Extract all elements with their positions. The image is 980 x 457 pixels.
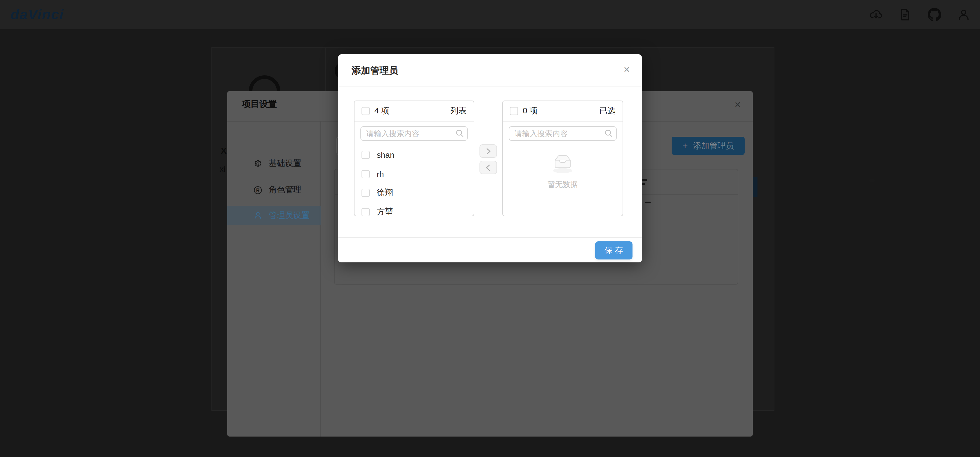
transfer-operations xyxy=(479,144,497,174)
table-text-fragment xyxy=(869,179,875,182)
table-text-fragment xyxy=(645,201,651,203)
project-settings-title: 项目设置 xyxy=(242,99,277,110)
transfer-target-panel: 0 项 已选 暂无数据 xyxy=(502,101,623,216)
document-icon xyxy=(898,8,912,22)
background-text-fragment: xi xyxy=(220,164,226,174)
sidebar-item-role-management: R 角色管理 xyxy=(227,181,321,199)
source-list: shan rh 徐翔 方堃 xyxy=(355,145,474,216)
item-label: 徐翔 xyxy=(377,188,393,198)
sidebar-item-admin-settings: 管理员设置 xyxy=(227,206,321,225)
list-item[interactable]: shan xyxy=(355,145,474,165)
search-icon xyxy=(455,129,464,137)
item-checkbox[interactable] xyxy=(361,189,370,197)
background-text-fragment: X xyxy=(221,145,227,155)
modal-title: 添加管理员 xyxy=(352,65,398,77)
source-count: 4 项 xyxy=(374,106,389,116)
header-icons xyxy=(869,8,970,22)
list-item[interactable]: 徐翔 xyxy=(355,184,474,203)
screen: X xi daVinci 项目设置 ✕ xyxy=(0,0,980,457)
sidebar-item-label: 管理员设置 xyxy=(269,210,310,221)
list-item[interactable]: rh xyxy=(355,165,474,184)
chevron-left-icon xyxy=(485,163,492,171)
item-label: rh xyxy=(377,169,384,179)
target-count: 0 项 xyxy=(523,106,538,116)
list-item[interactable]: 方堃 xyxy=(355,203,474,216)
add-admin-button-label: 添加管理员 xyxy=(693,141,734,151)
registered-icon: R xyxy=(253,185,262,194)
target-header-label: 已选 xyxy=(599,106,616,116)
empty-state: 暂无数据 xyxy=(503,153,622,190)
target-search-input[interactable] xyxy=(509,126,617,141)
app-header: daVinci xyxy=(0,0,980,29)
item-checkbox[interactable] xyxy=(361,208,370,216)
target-search xyxy=(509,126,617,141)
transfer-source-header: 4 项 列表 xyxy=(355,101,474,121)
svg-text:R: R xyxy=(256,188,259,193)
move-right-button[interactable] xyxy=(479,144,497,158)
save-button[interactable]: 保 存 xyxy=(595,241,633,259)
modal-titlebar: 添加管理员 ✕ xyxy=(338,54,642,86)
select-all-checkbox[interactable] xyxy=(361,107,370,115)
item-checkbox[interactable] xyxy=(361,170,370,178)
close-icon: ✕ xyxy=(734,101,741,109)
user-icon xyxy=(957,8,970,22)
source-search-input[interactable] xyxy=(360,126,468,141)
move-left-button[interactable] xyxy=(479,161,497,174)
source-header-label: 列表 xyxy=(450,106,467,116)
github-icon xyxy=(928,8,942,22)
transfer-target-header: 0 项 已选 xyxy=(503,101,622,121)
modal-footer: 保 存 xyxy=(338,237,642,262)
sidebar-item-label: 角色管理 xyxy=(269,185,301,195)
cloud-download-icon xyxy=(869,8,883,22)
gear-icon xyxy=(253,159,262,168)
table-text-fragment xyxy=(641,179,647,181)
item-checkbox[interactable] xyxy=(361,151,370,159)
empty-inbox-icon xyxy=(551,153,575,174)
select-all-checkbox[interactable] xyxy=(510,107,518,115)
davinci-logo: daVinci xyxy=(11,6,64,23)
sidebar-item-label: 基础设置 xyxy=(269,158,301,169)
person-icon xyxy=(253,211,262,220)
background-blue-artifact xyxy=(753,177,757,197)
add-admin-button: + 添加管理员 xyxy=(671,137,745,155)
add-admin-modal: 添加管理员 ✕ 4 项 列表 shan xyxy=(338,54,642,262)
plus-icon: + xyxy=(682,141,688,150)
source-search xyxy=(360,126,468,141)
chevron-right-icon xyxy=(485,147,492,155)
settings-sidebar: 基础设置 R 角色管理 管理员设置 xyxy=(227,121,321,436)
transfer-source-panel: 4 项 列表 shan rh 徐翔 xyxy=(354,101,474,216)
empty-text: 暂无数据 xyxy=(503,179,622,190)
item-label: 方堃 xyxy=(377,207,393,217)
search-icon xyxy=(605,129,612,137)
sidebar-item-basic-settings: 基础设置 xyxy=(227,154,321,173)
close-icon[interactable]: ✕ xyxy=(624,66,630,74)
item-label: shan xyxy=(377,150,395,160)
table-text-fragment xyxy=(641,183,645,185)
